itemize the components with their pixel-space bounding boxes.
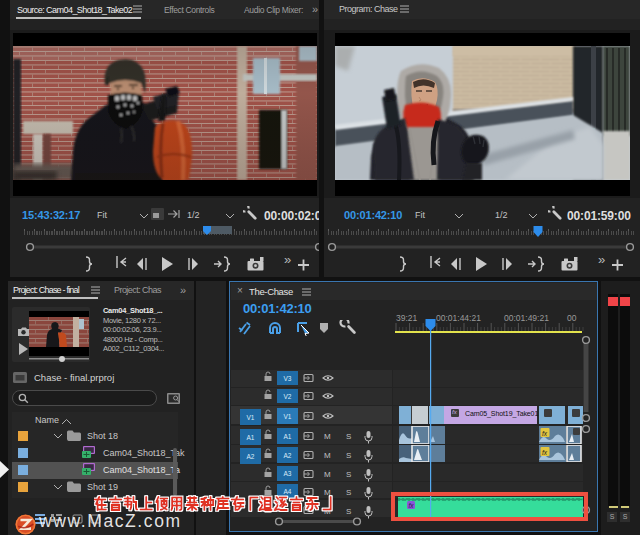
svg-text:»: » — [284, 252, 291, 267]
svg-text:V1: V1 — [284, 413, 292, 420]
svg-text:V3: V3 — [284, 375, 292, 382]
svg-text:V2: V2 — [284, 393, 292, 400]
svg-text:A1: A1 — [284, 433, 292, 440]
svg-text:A2: A2 — [247, 453, 255, 460]
svg-text:A2: A2 — [284, 452, 292, 459]
svg-text:fx: fx — [542, 449, 548, 456]
svg-text:V1: V1 — [247, 414, 255, 421]
svg-text:A3: A3 — [284, 470, 292, 477]
svg-text:A4: A4 — [284, 488, 292, 495]
svg-text:S: S — [346, 432, 351, 441]
svg-text:»: » — [598, 252, 605, 267]
svg-text:A1: A1 — [247, 434, 255, 441]
svg-text:fx: fx — [542, 430, 548, 437]
svg-text:M: M — [324, 432, 331, 441]
